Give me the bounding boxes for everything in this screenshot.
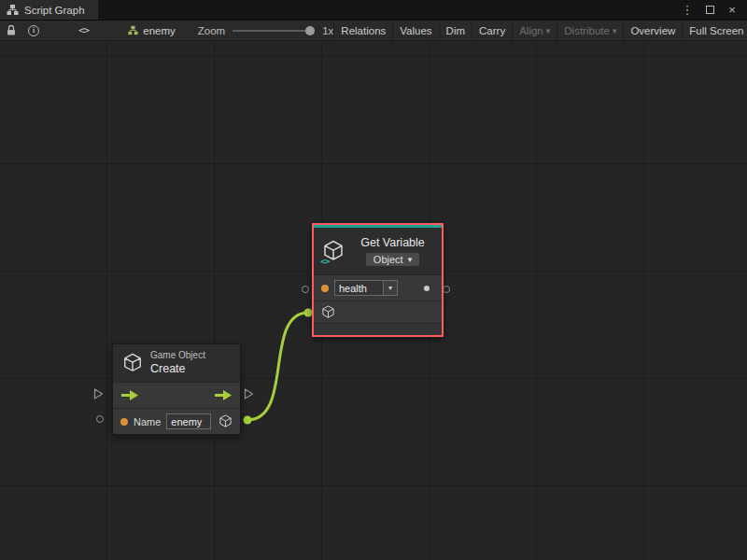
node-create[interactable]: Game Object Create Name bbox=[112, 343, 241, 435]
variable-name-dropdown-button[interactable]: ▾ bbox=[383, 280, 398, 296]
code-view-button[interactable]: <> bbox=[73, 21, 94, 41]
chevron-down-icon: ▾ bbox=[408, 255, 413, 264]
zoom-slider[interactable] bbox=[233, 25, 315, 36]
name-field[interactable] bbox=[166, 413, 211, 429]
zoom-value: 1x bbox=[322, 25, 333, 36]
values-button[interactable]: Values bbox=[392, 21, 438, 41]
connection-create-to-getvariable[interactable] bbox=[247, 313, 308, 420]
node-create-header: Game Object Create bbox=[113, 344, 240, 382]
name-label: Name bbox=[134, 416, 161, 427]
graph-toolbar: i <> enemy Zoom 1x Relations Values bbox=[0, 21, 747, 41]
zoom-group: Zoom 1x bbox=[198, 25, 334, 36]
create-flow-input-connector[interactable] bbox=[93, 387, 104, 400]
gameobject-output-port-icon[interactable] bbox=[218, 414, 233, 428]
align-button[interactable]: Align▾ bbox=[512, 21, 557, 41]
menu-icon[interactable]: ⋮ bbox=[681, 3, 694, 18]
title-bar: Script Graph ⋮ × bbox=[0, 0, 747, 21]
flow-output-arrow-icon[interactable] bbox=[214, 389, 233, 401]
getvariable-value-output-connector[interactable] bbox=[443, 286, 450, 293]
tab-title: Script Graph bbox=[24, 5, 85, 16]
graph-breadcrumb[interactable]: enemy bbox=[128, 25, 176, 36]
tab-script-graph[interactable]: Script Graph bbox=[0, 0, 98, 20]
toolbar-buttons: Relations Values Dim Carry Align▾ Distri… bbox=[333, 21, 747, 41]
variable-code-icon: <> bbox=[320, 256, 329, 266]
variable-name-port-icon[interactable] bbox=[321, 285, 329, 292]
info-button[interactable]: i bbox=[22, 21, 45, 41]
script-graph-icon bbox=[7, 4, 19, 16]
node-footer bbox=[314, 323, 442, 335]
chevron-down-icon: ▾ bbox=[613, 26, 617, 35]
lock-button[interactable] bbox=[0, 21, 22, 41]
object-input-row bbox=[314, 301, 442, 323]
name-value-port-icon[interactable] bbox=[120, 418, 128, 426]
fullscreen-button[interactable]: Full Screen bbox=[682, 21, 747, 41]
zoom-label: Zoom bbox=[198, 25, 225, 36]
carry-button[interactable]: Carry bbox=[472, 21, 512, 41]
window-controls: ⋮ × bbox=[681, 0, 747, 20]
node-getvariable-header: <> Get Variable Object ▾ bbox=[314, 228, 442, 274]
flow-input-arrow-icon[interactable] bbox=[120, 389, 139, 401]
node-title: Get Variable bbox=[360, 236, 425, 249]
create-flow-output-connector[interactable] bbox=[244, 387, 254, 400]
object-input-port-icon[interactable] bbox=[321, 305, 335, 319]
name-port-row: Name bbox=[113, 408, 240, 434]
info-icon: i bbox=[28, 25, 39, 36]
variable-kind-value: Object bbox=[374, 254, 403, 265]
node-category: Game Object bbox=[150, 350, 205, 362]
getvariable-name-input-connector[interactable] bbox=[302, 286, 309, 293]
dim-button[interactable]: Dim bbox=[439, 21, 472, 41]
zoom-slider-track bbox=[233, 30, 315, 32]
variable-name-field[interactable] bbox=[334, 280, 383, 296]
value-output-port-icon[interactable] bbox=[424, 286, 430, 291]
node-title: Create bbox=[150, 362, 205, 377]
maximize-icon[interactable] bbox=[703, 3, 716, 18]
graph-name: enemy bbox=[143, 25, 176, 36]
close-icon[interactable]: × bbox=[726, 3, 739, 18]
node-get-variable[interactable]: <> Get Variable Object ▾ ▾ bbox=[312, 223, 444, 337]
flow-ports-row bbox=[113, 382, 240, 408]
script-graph-window: Script Graph ⋮ × i <> bbox=[0, 0, 747, 560]
chevron-down-icon: ▾ bbox=[546, 26, 551, 35]
variable-name-row: ▾ bbox=[314, 274, 442, 301]
zoom-slider-handle[interactable] bbox=[305, 26, 315, 35]
gameobject-cube-icon bbox=[122, 353, 143, 373]
relations-button[interactable]: Relations bbox=[333, 21, 392, 41]
create-name-input-connector[interactable] bbox=[96, 415, 104, 423]
chevron-down-icon: ▾ bbox=[388, 284, 392, 292]
connection-start-dot[interactable] bbox=[244, 416, 252, 425]
variable-cube-icon: <> bbox=[322, 240, 345, 262]
graph-asset-icon bbox=[128, 25, 138, 35]
overview-button[interactable]: Overview bbox=[623, 21, 682, 41]
variable-kind-dropdown[interactable]: Object ▾ bbox=[366, 253, 419, 266]
lock-icon bbox=[6, 24, 17, 36]
distribute-button[interactable]: Distribute▾ bbox=[557, 21, 623, 41]
graph-canvas[interactable]: Game Object Create Name bbox=[0, 41, 747, 560]
